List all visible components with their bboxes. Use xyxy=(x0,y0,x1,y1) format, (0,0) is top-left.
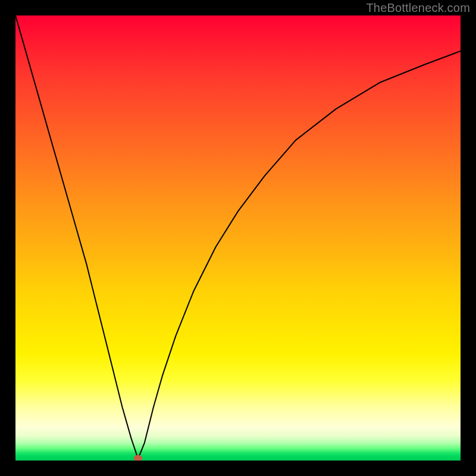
watermark-text: TheBottleneck.com xyxy=(366,1,470,15)
curve-layer xyxy=(15,15,461,461)
plot-area xyxy=(15,15,461,461)
optimal-point-marker xyxy=(134,455,142,461)
chart-frame: TheBottleneck.com xyxy=(0,0,476,476)
bottleneck-curve xyxy=(15,15,461,458)
